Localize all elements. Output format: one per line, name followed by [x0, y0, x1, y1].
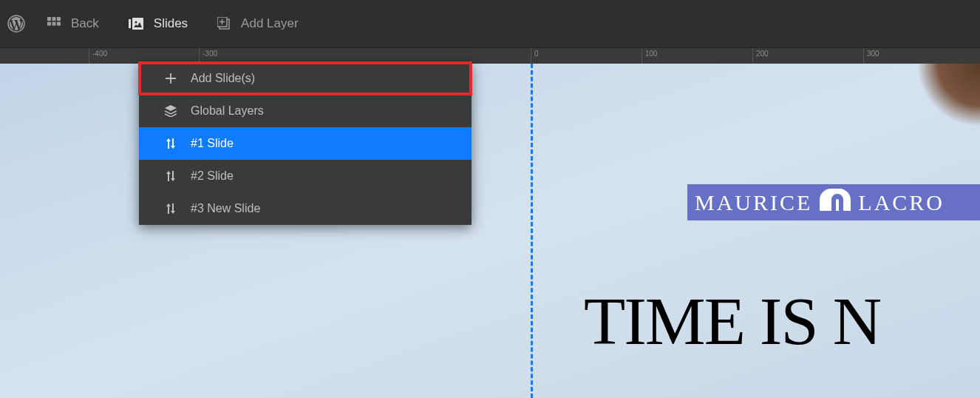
- grid-icon: [47, 17, 61, 30]
- plus-icon: [164, 73, 177, 84]
- menu-label: #1 Slide: [191, 137, 234, 150]
- logo-arch-icon: [820, 189, 851, 216]
- add-layer-icon: [217, 17, 231, 30]
- global-layers-menu-item[interactable]: Global Layers: [139, 95, 472, 127]
- ruler-mark: 0: [531, 48, 539, 64]
- add-slides-menu-item[interactable]: Add Slide(s): [139, 62, 472, 95]
- slides-button[interactable]: Slides: [114, 0, 203, 47]
- add-layer-button[interactable]: Add Layer: [203, 0, 313, 47]
- logo-text-left: MAURICE: [695, 190, 812, 215]
- menu-label: Add Slide(s): [191, 72, 255, 85]
- ruler-mark: -400: [89, 48, 107, 64]
- back-label: Back: [71, 16, 99, 31]
- svg-rect-6: [57, 22, 61, 26]
- svg-point-9: [135, 21, 137, 24]
- layers-icon: [164, 105, 177, 117]
- slide-1-menu-item[interactable]: #1 Slide: [139, 127, 472, 160]
- slides-dropdown: Add Slide(s) Global Layers #1 Slide #2 S…: [139, 62, 472, 225]
- svg-rect-8: [132, 18, 143, 30]
- svg-rect-3: [57, 17, 61, 21]
- logo-text-right: LACRO: [858, 190, 945, 215]
- center-guide-line: [531, 64, 533, 398]
- slides-icon: [129, 18, 143, 30]
- ruler-mark: 100: [642, 48, 658, 64]
- reorder-icon: [164, 171, 177, 181]
- ruler-mark: -300: [199, 48, 217, 64]
- slides-label: Slides: [154, 16, 188, 31]
- reorder-icon: [164, 203, 177, 214]
- svg-rect-2: [52, 17, 56, 21]
- reorder-icon: [164, 138, 177, 149]
- slide-logo-text[interactable]: MAURICE LACRO: [687, 184, 980, 220]
- slide-headline-text[interactable]: TIME IS N: [584, 282, 880, 360]
- menu-label: Global Layers: [191, 104, 264, 118]
- slide-2-menu-item[interactable]: #2 Slide: [139, 160, 472, 192]
- add-layer-label: Add Layer: [241, 16, 299, 31]
- slide-3-menu-item[interactable]: #3 New Slide: [139, 192, 472, 225]
- svg-rect-7: [129, 19, 131, 28]
- ruler-mark: 300: [863, 48, 879, 64]
- menu-label: #2 Slide: [191, 169, 234, 183]
- ruler-mark: 200: [752, 48, 769, 64]
- top-toolbar: Back Slides Add Layer: [0, 0, 980, 48]
- menu-label: #3 New Slide: [191, 202, 260, 215]
- back-button[interactable]: Back: [33, 0, 114, 47]
- svg-rect-5: [52, 22, 56, 26]
- horizontal-ruler: -400 -300 0 100 200 300: [0, 48, 980, 64]
- svg-rect-1: [47, 17, 51, 21]
- svg-rect-4: [47, 22, 51, 26]
- slide-background-image: [906, 64, 980, 138]
- wordpress-logo-icon[interactable]: [7, 15, 25, 33]
